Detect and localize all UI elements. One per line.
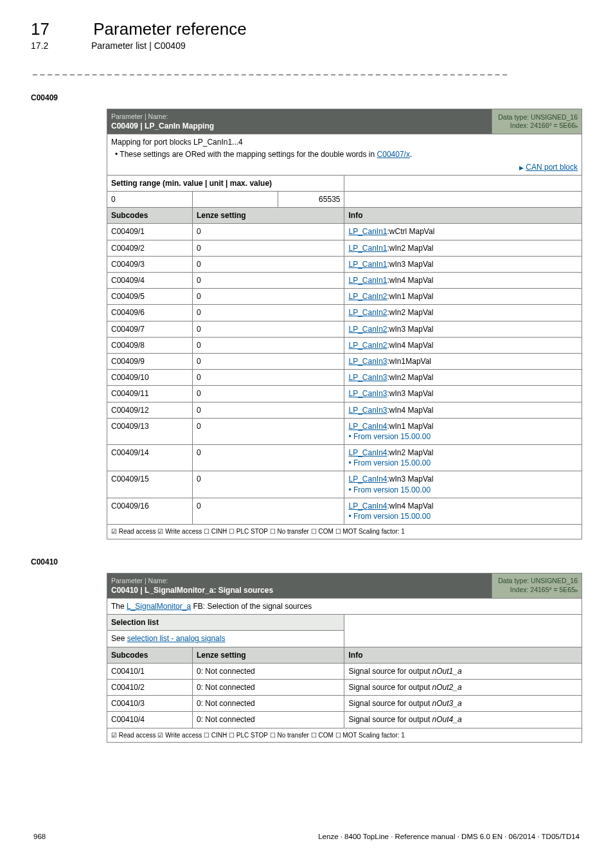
info-link[interactable]: LP_CanIn2 — [348, 325, 387, 334]
info-link[interactable]: LP_CanIn3 — [348, 406, 387, 415]
info-suffix: :wIn4 MapVal — [387, 276, 434, 285]
info-version-note: • From version 15.00.00 — [348, 511, 578, 521]
info-suffix: :wCtrl MapVal — [387, 227, 435, 236]
chapter-heading: 17 Parameter reference — [31, 19, 582, 39]
lenze-setting-cell: 0 — [193, 370, 344, 386]
selection-list-link[interactable]: selection list - analog signals — [127, 634, 226, 643]
table-row: C00409/80LP_CanIn2:wIn4 MapVal — [107, 337, 582, 353]
access-flags-footer: ☑ Read access ☑ Write access ☐ CINH ☐ PL… — [107, 525, 582, 539]
col-header-subcodes: Subcodes — [107, 208, 193, 224]
info-link[interactable]: LP_CanIn1 — [348, 227, 387, 236]
data-type-cell: Data type: UNSIGNED_16 Index: 24166ᵈ = 5… — [492, 109, 582, 134]
index-value: Index: 24165ᵈ = 5E65ₕ — [496, 586, 578, 595]
info-suffix: :wIn1 MapVal — [387, 422, 434, 431]
info-suffix: :wIn2 MapVal — [387, 448, 434, 457]
info-cell: LP_CanIn4:wIn4 MapVal• From version 15.0… — [344, 498, 582, 524]
table-row: C00409/10LP_CanIn1:wCtrl MapVal — [107, 224, 582, 240]
max-value: 65535 — [278, 192, 344, 208]
lenze-setting-cell: 0 — [193, 305, 344, 321]
empty-cell — [344, 175, 582, 191]
info-link[interactable]: LP_CanIn1 — [348, 244, 387, 253]
data-type-cell: Data type: UNSIGNED_16 Index: 24165ᵈ = 5… — [492, 573, 582, 598]
lenze-setting-cell: 0 — [193, 224, 344, 240]
description-line: Mapping for port blocks LP_CanIn1...4 — [111, 137, 578, 147]
info-link[interactable]: LP_CanIn1 — [348, 276, 387, 285]
info-link[interactable]: LP_CanIn2 — [348, 308, 387, 317]
selection-list-label: Selection list — [107, 615, 344, 631]
subcode-cell: C00409/11 — [107, 386, 193, 402]
info-version-note: • From version 15.00.00 — [348, 458, 578, 468]
info-suffix: :wIn4 MapVal — [387, 341, 434, 350]
info-suffix: :wIn2 MapVal — [387, 244, 434, 253]
param-name-label: Parameter | Name: — [111, 112, 488, 121]
info-suffix: :wIn3 MapVal — [387, 389, 434, 398]
info-output-name: nOut1_a — [432, 667, 462, 676]
page-footer: 968 Lenze · 8400 TopLine · Reference man… — [31, 833, 582, 840]
description-link[interactable]: C00407/x — [377, 150, 410, 159]
table-row: C00409/40LP_CanIn1:wIn4 MapVal — [107, 273, 582, 289]
empty-cell — [344, 192, 582, 208]
lenze-setting-cell: 0 — [193, 273, 344, 289]
table-row: C00409/70LP_CanIn2:wIn3 MapVal — [107, 321, 582, 337]
param-table-c00409: Parameter | Name: C00409 | LP_CanIn Mapp… — [107, 109, 582, 539]
info-prefix: Signal source for output — [348, 683, 432, 692]
param-name-cell: Parameter | Name: C00409 | LP_CanIn Mapp… — [107, 109, 492, 134]
nav-link[interactable]: CAN port block — [526, 163, 578, 172]
col-header-lenze: Lenze setting — [193, 208, 344, 224]
info-suffix: :wIn2 MapVal — [387, 373, 434, 382]
param-code-heading: C00410 — [31, 557, 582, 566]
description-cell: Mapping for port blocks LP_CanIn1...4 • … — [107, 134, 582, 176]
subcode-cell: C00409/10 — [107, 370, 193, 386]
info-link[interactable]: LP_CanIn4 — [348, 475, 387, 484]
info-link[interactable]: LP_CanIn3 — [348, 373, 387, 382]
table-row: C00409/30LP_CanIn1:wIn3 MapVal — [107, 256, 582, 272]
info-cell: Signal source for output nOut2_a — [344, 680, 582, 696]
table-row: C00409/150LP_CanIn4:wIn3 MapVal• From ve… — [107, 471, 582, 498]
table-row: C00409/130LP_CanIn4:wIn1 MapVal• From ve… — [107, 418, 582, 444]
subcode-cell: C00409/2 — [107, 240, 193, 256]
subcode-cell: C00409/16 — [107, 498, 193, 524]
index-value: Index: 24166ᵈ = 5E66ₕ — [496, 122, 578, 131]
param-table-c00410: Parameter | Name: C00410 | L_SignalMonit… — [107, 573, 582, 743]
info-cell: Signal source for output nOut1_a — [344, 663, 582, 679]
info-prefix: Signal source for output — [348, 699, 432, 708]
subcode-cell: C00409/4 — [107, 273, 193, 289]
info-cell: LP_CanIn4:wIn3 MapVal• From version 15.0… — [344, 471, 582, 498]
nav-arrow-icon: ▶ — [519, 164, 524, 170]
info-link[interactable]: LP_CanIn1 — [348, 260, 387, 269]
subcode-cell: C00409/9 — [107, 353, 193, 369]
info-cell: LP_CanIn3:wIn3 MapVal — [344, 386, 582, 402]
selection-list-prefix: See — [111, 634, 127, 643]
selection-list-link-cell: See selection list - analog signals — [107, 631, 344, 647]
info-cell: LP_CanIn2:wIn2 MapVal — [344, 305, 582, 321]
info-link[interactable]: LP_CanIn2 — [348, 292, 387, 301]
info-cell: LP_CanIn1:wIn4 MapVal — [344, 273, 582, 289]
info-suffix: :wIn3 MapVal — [387, 260, 434, 269]
description-bullet-suffix: . — [410, 150, 412, 159]
lenze-setting-cell: 0 — [193, 353, 344, 369]
info-link[interactable]: LP_CanIn2 — [348, 341, 387, 350]
subcode-cell: C00409/13 — [107, 418, 193, 444]
info-cell: LP_CanIn1:wIn3 MapVal — [344, 256, 582, 272]
info-link[interactable]: LP_CanIn3 — [348, 389, 387, 398]
info-link[interactable]: LP_CanIn3 — [348, 357, 387, 366]
description-link[interactable]: L_SignalMonitor_a — [127, 602, 191, 611]
col-header-subcodes: Subcodes — [107, 647, 193, 663]
info-suffix: :wIn3 MapVal — [387, 325, 434, 334]
lenze-setting-cell: 0 — [193, 289, 344, 305]
info-link[interactable]: LP_CanIn4 — [348, 448, 387, 457]
info-suffix: :wIn3 MapVal — [387, 475, 434, 484]
info-suffix: :wIn4 MapVal — [387, 502, 434, 511]
description-cell: The L_SignalMonitor_a FB: Selection of t… — [107, 599, 582, 615]
info-link[interactable]: LP_CanIn4 — [348, 502, 387, 511]
info-cell: LP_CanIn4:wIn2 MapVal• From version 15.0… — [344, 445, 582, 471]
col-header-info: Info — [344, 647, 582, 663]
table-row: C00409/90LP_CanIn3:wIn1MapVal — [107, 353, 582, 369]
subcode-cell: C00410/3 — [107, 696, 193, 712]
info-link[interactable]: LP_CanIn4 — [348, 422, 387, 431]
lenze-setting-cell: 0 — [193, 498, 344, 524]
info-cell: LP_CanIn3:wIn4 MapVal — [344, 402, 582, 418]
lenze-setting-cell: 0: Not connected — [193, 663, 344, 679]
info-cell: LP_CanIn2:wIn1 MapVal — [344, 289, 582, 305]
table-row: C00409/160LP_CanIn4:wIn4 MapVal• From ve… — [107, 498, 582, 524]
